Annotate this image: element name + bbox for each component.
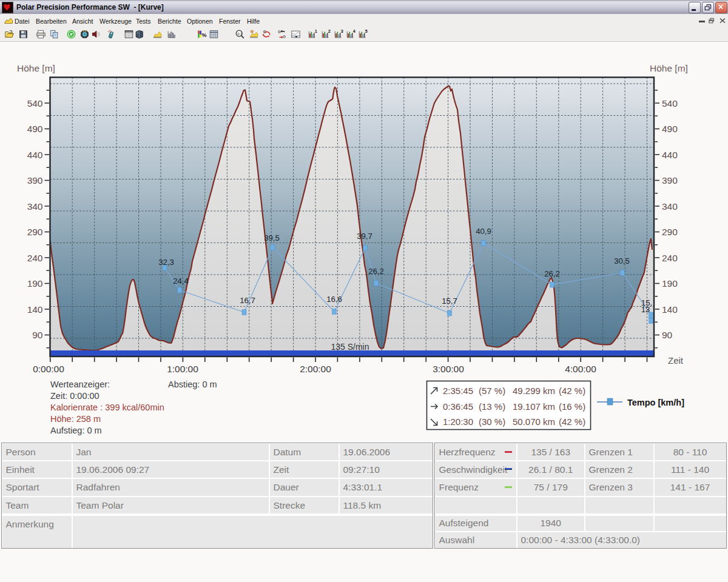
svg-text:32,3: 32,3 — [158, 258, 174, 267]
svg-text:0:00:00: 0:00:00 — [33, 364, 64, 374]
svg-text:340: 340 — [27, 201, 43, 212]
svg-text:26,2: 26,2 — [368, 267, 384, 276]
svg-text:30,5: 30,5 — [614, 256, 630, 266]
svg-text:290: 290 — [662, 227, 678, 237]
svg-text:(42 %): (42 %) — [559, 416, 585, 427]
svg-text:(16 %): (16 %) — [559, 401, 585, 412]
svg-text:(13 %): (13 %) — [479, 401, 505, 412]
svg-text:39,5: 39,5 — [264, 233, 280, 242]
svg-text:0:36:45: 0:36:45 — [443, 401, 473, 412]
svg-text:50.070 km: 50.070 km — [513, 416, 555, 427]
svg-text:Höhe [m]: Höhe [m] — [650, 63, 688, 73]
svg-text:40,9: 40,9 — [476, 227, 491, 236]
svg-text:190: 190 — [662, 278, 678, 289]
svg-text:135 S/min: 135 S/min — [331, 342, 369, 352]
svg-text:24,4: 24,4 — [173, 276, 189, 286]
svg-text:140: 140 — [27, 304, 43, 315]
svg-text:140: 140 — [662, 304, 678, 315]
svg-text:540: 540 — [27, 98, 43, 109]
svg-text:26,2: 26,2 — [544, 269, 560, 278]
svg-text:240: 240 — [27, 253, 43, 263]
svg-text:Werteanzeiger:: Werteanzeiger: — [50, 380, 110, 389]
svg-text:16,7: 16,7 — [240, 296, 255, 305]
svg-text:49.299 km: 49.299 km — [513, 386, 555, 396]
svg-text:440: 440 — [662, 150, 678, 160]
svg-text:90: 90 — [662, 330, 673, 340]
svg-text:Höhe [m]: Höhe [m] — [17, 63, 55, 73]
svg-text:15,7: 15,7 — [442, 296, 457, 306]
svg-text:90: 90 — [32, 330, 43, 340]
svg-text:Kalorienrate : 399 kcal/60min: Kalorienrate : 399 kcal/60min — [50, 403, 164, 412]
svg-text:190: 190 — [27, 278, 43, 289]
svg-text:440: 440 — [27, 150, 43, 160]
svg-text:1:00:00: 1:00:00 — [167, 364, 198, 374]
svg-text:240: 240 — [662, 253, 678, 263]
svg-text:540: 540 — [662, 98, 678, 109]
svg-text:290: 290 — [27, 227, 43, 237]
svg-text:Höhe: 258 m: Höhe: 258 m — [50, 414, 101, 424]
svg-text:Aufstieg: 0 m: Aufstieg: 0 m — [50, 426, 102, 435]
svg-text:2:35:45: 2:35:45 — [443, 386, 473, 396]
svg-text:Abstieg: 0 m: Abstieg: 0 m — [168, 380, 217, 389]
svg-text:490: 490 — [662, 124, 678, 134]
svg-text:340: 340 — [662, 201, 678, 212]
svg-text:390: 390 — [662, 175, 678, 186]
svg-text:(57 %): (57 %) — [479, 386, 505, 396]
svg-text:4:00:00: 4:00:00 — [565, 364, 596, 374]
svg-text:19.107 km: 19.107 km — [513, 401, 555, 412]
svg-text:490: 490 — [27, 124, 43, 134]
svg-text:390: 390 — [27, 175, 43, 186]
svg-text:Zeit: 0:00:00: Zeit: 0:00:00 — [50, 391, 99, 401]
svg-text:39,7: 39,7 — [357, 232, 372, 241]
svg-text:13: 13 — [641, 305, 650, 314]
svg-text:(30 %): (30 %) — [479, 416, 505, 427]
svg-text:3:00:00: 3:00:00 — [433, 364, 464, 374]
svg-text:16,6: 16,6 — [326, 295, 342, 304]
svg-text:(42 %): (42 %) — [559, 386, 585, 396]
svg-text:1:20:30: 1:20:30 — [443, 416, 473, 427]
svg-text:Zeit: Zeit — [668, 355, 684, 366]
svg-text:Tempo [km/h]: Tempo [km/h] — [627, 398, 684, 407]
svg-text:2:00:00: 2:00:00 — [300, 364, 331, 374]
